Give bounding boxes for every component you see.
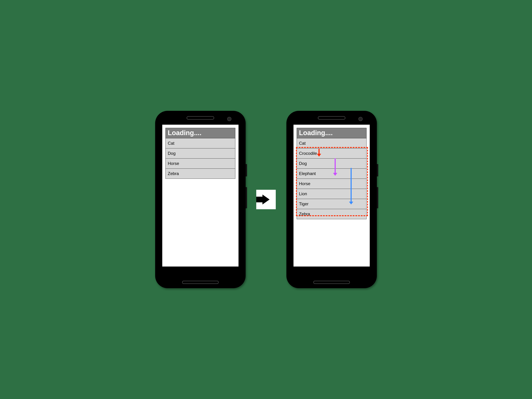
- list-item[interactable]: Dog: [297, 158, 367, 169]
- transition-indicator: [256, 190, 276, 209]
- list-item[interactable]: Elephant: [297, 169, 367, 179]
- app-header: Loading....: [165, 128, 235, 138]
- list-item[interactable]: Tiger: [297, 199, 367, 209]
- phone-speaker-top: [318, 116, 345, 120]
- phone-side-button: [377, 164, 378, 177]
- phone-side-button: [246, 187, 247, 208]
- phone-before: Loading.... CatDogHorseZebra: [155, 111, 246, 288]
- list-item[interactable]: Cat: [297, 138, 367, 148]
- phone-side-button: [246, 164, 247, 177]
- list-item[interactable]: Horse: [165, 158, 235, 169]
- list-before: CatDogHorseZebra: [165, 138, 235, 179]
- list-item[interactable]: Lion: [297, 189, 367, 199]
- list-item[interactable]: Zebra: [297, 209, 367, 219]
- list-item[interactable]: Dog: [165, 148, 235, 158]
- arrow-right-icon: [262, 195, 270, 204]
- phone-speaker-top: [187, 116, 214, 120]
- phone-after: Loading.... CatCrocodileDogElephantHorse…: [286, 111, 377, 288]
- list-item[interactable]: Cat: [165, 138, 235, 148]
- list-item[interactable]: Horse: [297, 179, 367, 189]
- phone-speaker-bottom: [182, 281, 219, 284]
- phone-side-button: [377, 187, 378, 208]
- phone-screen: Loading.... CatDogHorseZebra: [162, 125, 239, 266]
- list-after: CatCrocodileDogElephantHorseLionTigerZeb…: [297, 138, 367, 219]
- app-header: Loading....: [297, 128, 367, 138]
- list-item[interactable]: Crocodile: [297, 148, 367, 158]
- phone-screen: Loading.... CatCrocodileDogElephantHorse…: [293, 125, 370, 266]
- phone-camera: [358, 117, 363, 121]
- phone-speaker-bottom: [313, 281, 350, 284]
- app-after: Loading.... CatCrocodileDogElephantHorse…: [293, 125, 370, 222]
- phone-camera: [227, 117, 231, 121]
- app-before: Loading.... CatDogHorseZebra: [162, 125, 239, 182]
- list-item[interactable]: Zebra: [165, 169, 235, 179]
